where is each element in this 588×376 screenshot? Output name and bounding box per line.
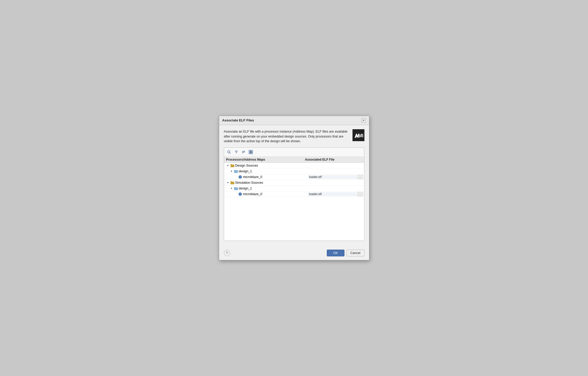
- design1-sim-row[interactable]: ▼ design_1: [224, 186, 364, 191]
- dialog-body: Associate an ELF file with a processor i…: [219, 125, 369, 248]
- svg-point-3: [227, 151, 230, 153]
- design1-sim-label: design_1: [239, 187, 252, 190]
- associate-elf-dialog: Associate ELF Files × Associate an ELF f…: [219, 116, 369, 260]
- design1-sim-chevron: ▼: [230, 187, 233, 190]
- amd-logo-svg: AMD: [354, 131, 363, 140]
- simulation-sources-chevron: ▼: [226, 181, 230, 184]
- simulation-sources-label: Simulation Sources: [235, 181, 263, 184]
- microblaze0-design-elf-cell: ···: [307, 174, 364, 180]
- tree-content: ▼ Design Sources ▼: [224, 163, 364, 241]
- cancel-button[interactable]: Cancel: [347, 250, 364, 256]
- dialog-title: Associate ELF Files: [222, 118, 254, 122]
- proc-design-icon: [238, 175, 242, 179]
- close-button[interactable]: ×: [361, 118, 366, 123]
- microblaze0-sim-elf-cell: ···: [307, 192, 364, 197]
- svg-point-19: [240, 176, 240, 177]
- footer-buttons: OK Cancel: [327, 250, 364, 256]
- microblaze0-design-browse-button[interactable]: ···: [357, 175, 363, 179]
- design1-design-chevron: ▼: [230, 169, 233, 173]
- sort-button[interactable]: [240, 149, 247, 155]
- design1-sim-folder-icon: [234, 187, 238, 190]
- microblaze0-design-elf-input[interactable]: [308, 175, 357, 179]
- col-elf: Associated ELF File: [305, 158, 362, 161]
- microblaze0-sim-cell: microblaze_0: [224, 192, 307, 197]
- design1-design-row[interactable]: ▼ design_1: [224, 168, 364, 174]
- search-button[interactable]: [226, 149, 232, 155]
- filter-button[interactable]: [233, 149, 240, 155]
- dialog-titlebar: Associate ELF Files ×: [219, 116, 369, 125]
- design-sources-chevron: ▼: [226, 164, 230, 167]
- proc-sim-icon: [238, 192, 242, 196]
- microblaze0-sim-elf-input[interactable]: [308, 192, 357, 196]
- amd-logo: AMD: [352, 129, 364, 141]
- microblaze0-design-cell: microblaze_0: [224, 174, 307, 180]
- design1-design-label: design_1: [239, 169, 252, 173]
- microblaze0-sim-row[interactable]: microblaze_0 ···: [224, 191, 364, 197]
- help-button[interactable]: ?: [224, 250, 230, 256]
- proc-design-svg: [238, 175, 242, 179]
- microblaze0-sim-label: microblaze_0: [243, 192, 262, 196]
- microblaze0-sim-browse-button[interactable]: ···: [357, 192, 363, 196]
- description-text: Associate an ELF file with a processor i…: [224, 129, 349, 144]
- tree-toolbar: [224, 148, 364, 157]
- filter-icon: [234, 150, 238, 154]
- expand-button[interactable]: [247, 149, 254, 155]
- tree-panel: Processors/Address Maps Associated ELF F…: [224, 147, 364, 241]
- svg-point-26: [240, 194, 240, 194]
- tree-spacer: [224, 197, 364, 236]
- design1-folder-icon: [234, 169, 238, 173]
- design1-design-cell: ▼ design_1: [224, 169, 307, 174]
- dialog-footer: ? OK Cancel: [219, 248, 369, 260]
- svg-line-4: [230, 153, 231, 154]
- microblaze0-design-row[interactable]: microblaze_0 ···: [224, 174, 364, 180]
- sort-icon: [242, 150, 245, 154]
- proc-sim-svg: [238, 192, 242, 196]
- design-sources-label: Design Sources: [235, 164, 258, 167]
- expand-icon: [249, 150, 253, 154]
- simulation-sources-cell: ▼ Simulation Sources: [224, 180, 307, 185]
- simulation-sources-row[interactable]: ▼ Simulation Sources: [224, 180, 364, 186]
- microblaze0-design-label: microblaze_0: [243, 175, 262, 179]
- simulation-sources-folder-icon: [230, 181, 234, 184]
- design-sources-row[interactable]: ▼ Design Sources: [224, 163, 364, 168]
- design-sources-cell: ▼ Design Sources: [224, 163, 307, 168]
- design1-sim-cell: ▼ design_1: [224, 186, 307, 191]
- search-icon: [227, 150, 231, 154]
- description-area: Associate an ELF file with a processor i…: [224, 129, 364, 144]
- design-sources-folder-icon: [230, 164, 234, 167]
- ok-button[interactable]: OK: [327, 250, 344, 256]
- tree-header: Processors/Address Maps Associated ELF F…: [224, 157, 364, 163]
- col-processors: Processors/Address Maps: [226, 158, 305, 161]
